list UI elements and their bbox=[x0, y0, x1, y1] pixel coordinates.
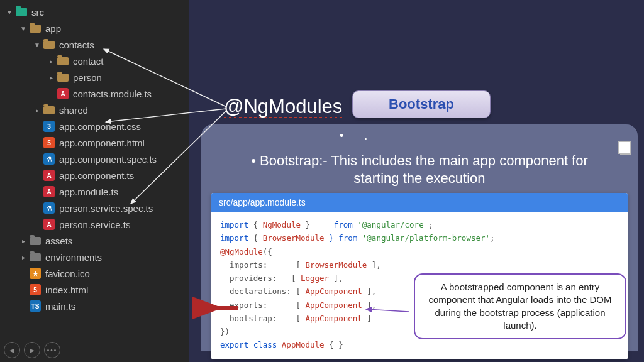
ts-file-icon: TS bbox=[29, 300, 42, 312]
folder-icon bbox=[29, 234, 42, 247]
tree-item-label: person.service.spec.ts bbox=[59, 203, 153, 214]
callout-text: A bootstrapped component is an entry com… bbox=[428, 282, 611, 331]
chevron-down-icon[interactable]: ▼ bbox=[33, 40, 42, 49]
tree-item-label: assets bbox=[45, 236, 72, 246]
folder-icon bbox=[29, 22, 42, 35]
folder-icon bbox=[43, 38, 55, 51]
tree-item-label: app.component.ts bbox=[59, 170, 134, 181]
next-slide-button[interactable]: ► bbox=[24, 342, 40, 358]
tree-item-main-ts[interactable]: TSmain.ts bbox=[0, 298, 189, 314]
folder-icon bbox=[43, 104, 55, 116]
tree-item-environments[interactable]: ▸environments bbox=[0, 249, 189, 265]
tree-item-label: environments bbox=[45, 252, 102, 263]
tree-item-app[interactable]: ▼app bbox=[0, 20, 189, 36]
tree-item-index-html[interactable]: 5index.html bbox=[0, 282, 189, 298]
tree-item-person-service-spec-ts[interactable]: ⚗person.service.spec.ts bbox=[0, 200, 189, 216]
tree-item-shared[interactable]: ▸shared bbox=[0, 102, 189, 118]
tree-item-label: contact bbox=[73, 56, 103, 67]
spec-file-icon: ⚗ bbox=[43, 153, 55, 165]
tree-item-app-module-ts[interactable]: Aapp.module.ts bbox=[0, 184, 189, 200]
tree-item-label: app.component.spec.ts bbox=[59, 154, 157, 165]
callout-box: A bootstrapped component is an entry com… bbox=[414, 273, 626, 339]
ang-file-icon: A bbox=[57, 87, 69, 100]
folder-icon bbox=[57, 55, 69, 67]
tree-item-assets[interactable]: ▸assets bbox=[0, 233, 189, 249]
tree-item-src[interactable]: ▼src bbox=[0, 4, 189, 20]
ang-file-icon: A bbox=[43, 218, 55, 231]
file-tree[interactable]: ▼src▼app▼contacts▸contact▸personAcontact… bbox=[0, 0, 189, 362]
chevron-right-icon[interactable]: ▸ bbox=[47, 73, 55, 82]
bootstrap-button-label: Bootstrap bbox=[389, 96, 454, 112]
slide-nav: ◄ ► ••• bbox=[4, 342, 60, 358]
tree-item-label: main.ts bbox=[45, 301, 75, 312]
tree-item-app-component-spec-ts[interactable]: ⚗app.component.spec.ts bbox=[0, 151, 189, 167]
folder-icon bbox=[29, 251, 42, 263]
ang-file-icon: A bbox=[43, 169, 55, 182]
chevron-right-icon[interactable]: ▸ bbox=[47, 57, 55, 65]
tree-item-label: shared bbox=[59, 105, 88, 116]
tree-item-label: favicon.ico bbox=[45, 268, 90, 279]
chevron-down-icon[interactable]: ▼ bbox=[5, 8, 14, 16]
tree-item-label: src bbox=[31, 7, 44, 18]
tree-item-label: contacts.module.ts bbox=[73, 89, 152, 99]
chevron-right-icon[interactable]: ▸ bbox=[19, 253, 28, 261]
overflow-dots: • . bbox=[340, 129, 376, 143]
tree-item-contact[interactable]: ▸contact bbox=[0, 53, 189, 69]
folder-icon bbox=[15, 6, 28, 18]
tree-item-label: app.module.ts bbox=[59, 187, 118, 197]
tree-item-label: app.component.html bbox=[59, 138, 145, 148]
folder-icon bbox=[57, 71, 69, 84]
content-card: Bootstrap:- This includes the main app c… bbox=[201, 124, 638, 351]
chevron-right-icon[interactable]: ▸ bbox=[33, 106, 42, 114]
tree-item-label: index.html bbox=[45, 285, 88, 295]
spec-file-icon: ⚗ bbox=[43, 202, 55, 214]
code-file-path: src/app/app.module.ts bbox=[211, 193, 628, 212]
slide-heading: @NgModules bbox=[224, 96, 342, 118]
tree-item-app-component-css[interactable]: 3app.component.css bbox=[0, 118, 189, 134]
html-file-icon: 5 bbox=[43, 136, 55, 149]
css-file-icon: 3 bbox=[43, 120, 55, 133]
bullet-text: Bootstrap:- This includes the main app c… bbox=[236, 152, 602, 187]
tree-item-person[interactable]: ▸person bbox=[0, 69, 189, 85]
tree-item-favicon-ico[interactable]: ★favicon.ico bbox=[0, 265, 189, 282]
ang-file-icon: A bbox=[43, 185, 55, 198]
html-file-icon: 5 bbox=[29, 283, 42, 296]
tree-item-label: person.service.ts bbox=[59, 219, 130, 230]
tree-item-app-component-ts[interactable]: Aapp.component.ts bbox=[0, 167, 189, 184]
chevron-down-icon[interactable]: ▼ bbox=[19, 24, 28, 33]
heading-text: @NgModules bbox=[224, 96, 342, 118]
prev-slide-button[interactable]: ◄ bbox=[4, 342, 20, 358]
star-file-icon: ★ bbox=[29, 267, 42, 280]
chevron-right-icon[interactable]: ▸ bbox=[19, 236, 28, 245]
tree-item-contacts-module-ts[interactable]: Acontacts.module.ts bbox=[0, 85, 189, 102]
tree-item-label: contacts bbox=[59, 40, 94, 50]
bootstrap-button[interactable]: Bootstrap bbox=[352, 90, 491, 118]
tree-item-label: app bbox=[45, 23, 61, 34]
tree-item-contacts[interactable]: ▼contacts bbox=[0, 36, 189, 53]
tree-item-label: person bbox=[73, 72, 102, 83]
tree-item-app-component-html[interactable]: 5app.component.html bbox=[0, 134, 189, 151]
more-slides-button[interactable]: ••• bbox=[44, 342, 60, 358]
tree-item-label: app.component.css bbox=[59, 121, 141, 132]
tree-item-person-service-ts[interactable]: Aperson.service.ts bbox=[0, 216, 189, 233]
